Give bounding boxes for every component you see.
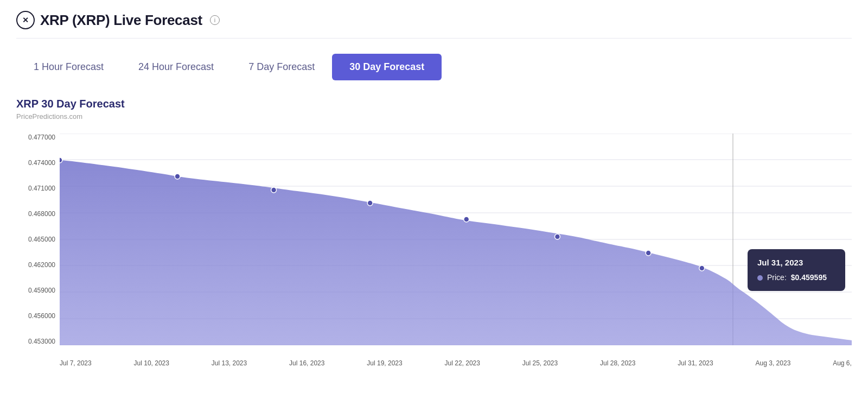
y-label-7: 0.456000 [16,312,60,320]
x-label-jul25: Jul 25, 2023 [522,359,558,367]
tab-24h[interactable]: 24 Hour Forecast [121,54,231,80]
tab-30d[interactable]: 30 Day Forecast [332,54,442,80]
svg-point-10 [60,157,62,163]
x-label-aug3: Aug 3, 2023 [756,359,791,367]
y-label-3: 0.468000 [16,210,60,218]
xrp-icon: ✕ [16,11,35,29]
y-label-1: 0.474000 [16,159,60,167]
x-axis: Jul 7, 2023 Jul 10, 2023 Jul 13, 2023 Ju… [60,347,852,367]
page-header: ✕ XRP (XRP) Live Forecast i [16,11,852,39]
svg-point-16 [646,250,651,256]
x-label-jul10: Jul 10, 2023 [134,359,169,367]
y-axis: 0.477000 0.474000 0.471000 0.468000 0.46… [16,134,60,345]
y-label-2: 0.471000 [16,185,60,192]
tab-7d[interactable]: 7 Day Forecast [231,54,332,80]
y-label-0: 0.477000 [16,134,60,141]
chart-title: XRP 30 Day Forecast [16,98,852,110]
svg-point-13 [367,200,373,206]
svg-point-15 [555,234,560,239]
info-icon[interactable]: i [210,15,220,25]
page-title: XRP (XRP) Live Forecast [40,12,202,29]
x-label-aug6: Aug 6, [833,359,852,367]
x-label-jul28: Jul 28, 2023 [600,359,635,367]
forecast-tabs: 1 Hour Forecast 24 Hour Forecast 7 Day F… [16,54,852,80]
x-label-jul22: Jul 22, 2023 [445,359,480,367]
y-label-4: 0.465000 [16,236,60,243]
y-label-5: 0.462000 [16,261,60,269]
chart-wrapper: 0.477000 0.474000 0.471000 0.468000 0.46… [16,134,852,367]
svg-point-14 [464,217,469,222]
chart-area: 0.477000 0.474000 0.471000 0.468000 0.46… [16,134,852,367]
tab-1h[interactable]: 1 Hour Forecast [16,54,121,80]
svg-point-11 [175,174,180,179]
x-label-jul13: Jul 13, 2023 [212,359,247,367]
x-label-jul16: Jul 16, 2023 [289,359,324,367]
x-label-jul19: Jul 19, 2023 [367,359,402,367]
y-label-6: 0.459000 [16,287,60,294]
x-label-jul7: Jul 7, 2023 [60,359,92,367]
svg-point-12 [271,187,277,193]
chart-section: XRP 30 Day Forecast PricePredictions.com… [16,98,852,367]
chart-plot: Jul 31, 2023 Price: $0.459595 [60,134,852,345]
svg-point-17 [699,265,705,271]
x-label-jul31: Jul 31, 2023 [678,359,713,367]
chart-source: PricePredictions.com [16,112,852,121]
y-label-8: 0.453000 [16,338,60,345]
chart-svg [60,134,852,345]
